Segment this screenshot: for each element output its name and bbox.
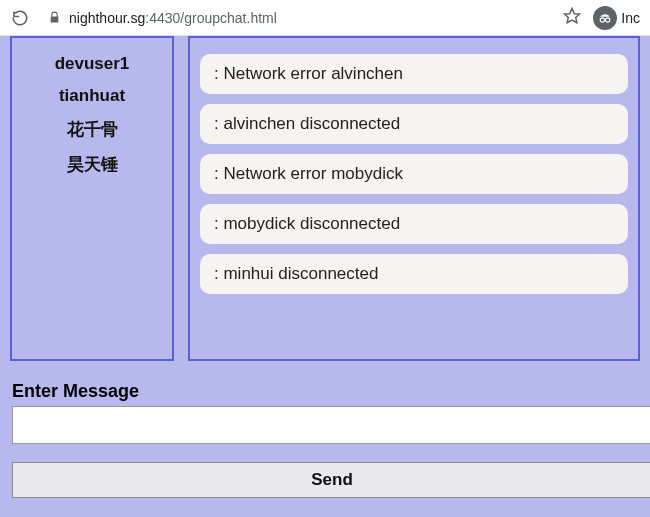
- chat-message: : minhui disconnected: [200, 254, 628, 294]
- reload-icon[interactable]: [10, 8, 30, 28]
- svg-marker-0: [565, 8, 580, 22]
- chat-message: : Network error alvinchen: [200, 54, 628, 94]
- browser-toolbar: nighthour.sg:4430/groupchat.html Inc: [0, 0, 650, 36]
- user-item[interactable]: 昊天锤: [12, 147, 172, 182]
- profile-label: Inc: [621, 10, 640, 26]
- message-input[interactable]: [12, 406, 650, 444]
- svg-point-2: [606, 17, 610, 21]
- chat-message: : mobydick disconnected: [200, 204, 628, 244]
- user-item[interactable]: 花千骨: [12, 112, 172, 147]
- chat-message: : Network error mobydick: [200, 154, 628, 194]
- bookmark-star-icon[interactable]: [563, 7, 581, 29]
- chat-panel[interactable]: : Network error alvinchen : alvinchen di…: [188, 36, 640, 361]
- chat-message: : alvinchen disconnected: [200, 104, 628, 144]
- browser-profile[interactable]: Inc: [593, 6, 640, 30]
- user-item[interactable]: devuser1: [12, 48, 172, 80]
- send-button[interactable]: Send: [12, 462, 650, 498]
- url-host: nighthour.sg: [69, 10, 145, 26]
- lock-icon: [48, 11, 61, 24]
- user-item[interactable]: tianhuat: [12, 80, 172, 112]
- message-form: Enter Message Send: [10, 381, 640, 498]
- svg-point-1: [601, 17, 605, 21]
- incognito-icon: [593, 6, 617, 30]
- page-body: devuser1 tianhuat 花千骨 昊天锤 : Network erro…: [0, 36, 650, 517]
- url-path: :4430/groupchat.html: [145, 10, 277, 26]
- users-panel[interactable]: devuser1 tianhuat 花千骨 昊天锤: [10, 36, 174, 361]
- address-bar[interactable]: nighthour.sg:4430/groupchat.html: [38, 6, 557, 30]
- message-label: Enter Message: [10, 381, 640, 402]
